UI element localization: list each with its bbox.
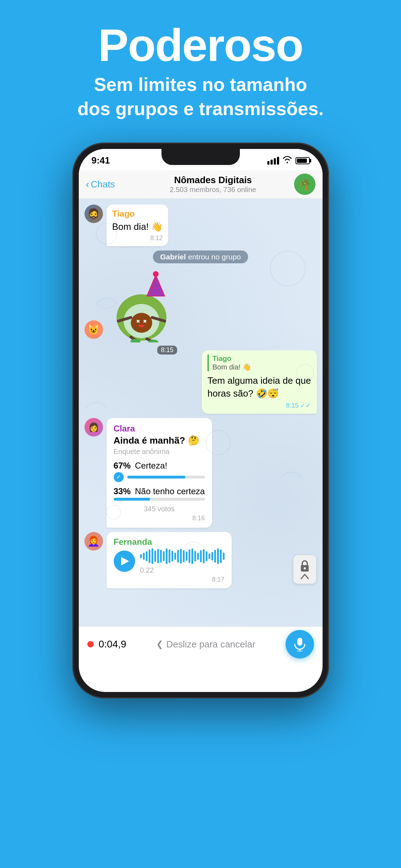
nav-chat-subtitle: 2.503 membros, 736 online <box>170 186 256 194</box>
sticker-sender-avatar-container: 😺 <box>84 320 103 339</box>
sticker-row: 8:15 😺 <box>84 268 317 346</box>
msg-time-tiago: 8:12 <box>112 234 163 242</box>
nav-chat-title: Nômades Digitais <box>174 175 252 186</box>
system-message: Gabriel entrou no grupo <box>84 250 317 263</box>
voice-time: 8:17 <box>114 576 225 583</box>
svg-marker-8 <box>147 275 165 296</box>
phone-mockup: 9:41 <box>72 143 329 698</box>
poll-time: 8:16 <box>114 515 205 522</box>
recording-dot <box>87 641 94 647</box>
poll-option-2: 33% Não tenho certeza <box>114 486 205 501</box>
sender-name-fernanda: Fernanda <box>114 537 225 547</box>
hero-title: Poderoso <box>98 21 303 69</box>
quoted-message: Tiago Bom dia! 👋 <box>207 355 311 371</box>
poll-pct-2: 33% <box>114 486 132 496</box>
back-button[interactable]: ‹ Chats <box>86 178 132 190</box>
msg-text-tiago: Bom dia! 👋 <box>112 220 163 233</box>
hero-subtitle: Sem limites no tamanho dos grupos e tran… <box>77 73 324 121</box>
svg-point-10 <box>153 271 159 277</box>
cancel-chevron-icon: ❮ <box>156 639 163 649</box>
outgoing-message-row: Tiago Bom dia! 👋 Tem alguma ideia de que… <box>84 350 317 414</box>
mic-icon <box>293 637 306 651</box>
avocado-sticker: 8:15 <box>106 268 177 346</box>
avocado-svg <box>106 268 177 342</box>
poll-label-1: Certeza! <box>135 461 168 471</box>
recording-bar: 0:04,9 ❮ Deslize para cancelar <box>79 626 323 662</box>
chevron-up-icon <box>300 574 309 579</box>
poll-option-1: 67% Certeza! ✓ <box>114 461 205 482</box>
voice-waveform <box>140 548 225 564</box>
nav-avatar-emoji: 🌴 <box>298 178 311 191</box>
svg-rect-20 <box>297 638 302 646</box>
fernanda-avatar: 👩‍🦰 <box>84 532 103 551</box>
sticker-container: 8:15 😺 <box>106 268 177 346</box>
bubble-outgoing: Tiago Bom dia! 👋 Tem alguma ideia de que… <box>202 350 317 414</box>
nav-center: Nômades Digitais 2.503 membros, 736 onli… <box>132 175 294 194</box>
mic-button[interactable] <box>286 630 314 658</box>
system-bold: Gabriel <box>160 253 186 261</box>
back-label: Chats <box>91 179 115 190</box>
recording-cancel: ❮ Deslize para cancelar <box>156 639 255 650</box>
voice-play-button[interactable] <box>114 551 135 572</box>
signal-icon <box>267 157 279 165</box>
phone-screen: 9:41 <box>79 149 323 692</box>
status-time: 9:41 <box>92 155 110 166</box>
clara-avatar: 👩 <box>84 418 103 436</box>
lock-button[interactable] <box>293 555 316 584</box>
poll-message-row: 👩 Clara Ainda é manhã? 🤔 Enquete anônima… <box>84 418 317 528</box>
msg-text-outgoing: Tem alguma ideia de quehoras são? 🤣😴 <box>207 374 311 400</box>
svg-point-7 <box>131 313 152 333</box>
poll-check-icon: ✓ <box>114 472 124 482</box>
tiago-avatar: 🧔 <box>84 205 103 223</box>
voice-duration: 0:22 <box>140 566 225 574</box>
poll-label-2: Não tenho certeza <box>135 486 205 496</box>
voice-row: 0:22 <box>114 548 225 574</box>
quoted-sender: Tiago <box>212 355 311 363</box>
voice-bubble: Fernanda <box>107 532 232 588</box>
poll-bar-fill-2 <box>114 498 150 501</box>
nav-bar: ‹ Chats Nômades Digitais 2.503 membros, … <box>79 170 323 199</box>
back-chevron-icon: ‹ <box>86 178 89 190</box>
poll-type: Enquete anônima <box>114 448 205 456</box>
recording-left: 0:04,9 <box>87 639 127 650</box>
svg-point-19 <box>304 567 306 569</box>
chat-area: 🧔 Tiago Bom dia! 👋 8:12 Gabriel entrou n… <box>79 199 323 626</box>
message-row: 🧔 Tiago Bom dia! 👋 8:12 <box>84 205 317 246</box>
wifi-icon <box>283 156 292 165</box>
lock-icon <box>299 559 310 572</box>
nav-avatar[interactable]: 🌴 <box>294 174 315 195</box>
poll-bubble: Clara Ainda é manhã? 🤔 Enquete anônima 6… <box>107 418 212 528</box>
phone-notch <box>161 149 240 165</box>
poll-votes: 345 votos <box>114 505 205 513</box>
sender-name-tiago: Tiago <box>112 209 163 219</box>
poll-bar-fill-1 <box>127 476 186 479</box>
sticker-time: 8:15 <box>157 346 177 355</box>
voice-message-row: 👩‍🦰 Fernanda <box>84 532 317 588</box>
quoted-text: Bom dia! 👋 <box>212 363 311 371</box>
hero-section: Poderoso Sem limites no tamanho dos grup… <box>0 0 401 135</box>
cancel-text: Deslize para cancelar <box>166 639 255 650</box>
hero-subtitle-line2: dos grupos e transmissões. <box>77 98 324 119</box>
sender-name-clara: Clara <box>114 424 205 434</box>
poll-pct-1: 67% <box>114 461 132 471</box>
poll-question: Ainda é manhã? 🤔 <box>114 435 205 446</box>
chat-messages: 🧔 Tiago Bom dia! 👋 8:12 Gabriel entrou n… <box>79 199 323 594</box>
hero-subtitle-line1: Sem limites no tamanho <box>94 74 307 95</box>
status-icons <box>267 156 310 165</box>
sticker-sender-avatar: 😺 <box>84 320 103 339</box>
msg-time-outgoing: 8:15 ✓✓ <box>207 402 311 409</box>
bubble-incoming-tiago: Tiago Bom dia! 👋 8:12 <box>107 205 169 246</box>
recording-time: 0:04,9 <box>99 639 127 650</box>
battery-icon <box>295 157 310 164</box>
system-message-text: Gabriel entrou no grupo <box>153 250 248 263</box>
